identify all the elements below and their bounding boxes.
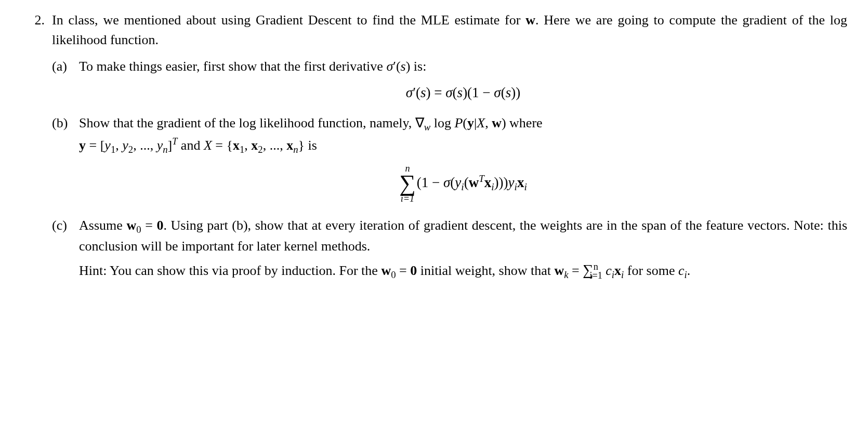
part-a: (a) To make things easier, first show th… [52,57,847,106]
sum-lower: i=1 [399,194,416,203]
part-a-body: To make things easier, first show that t… [79,57,847,106]
part-a-equation: σ′(s) = σ(s)(1 − σ(s)) [79,83,847,103]
hint-sum-body: cixi [602,263,624,278]
part-b-line2: y = [y1, y2, ..., yn]T and X = {x1, x2, … [79,135,847,156]
hint-sum-lower: i=1 [589,270,602,281]
part-b: (b) Show that the gradient of the log li… [52,113,847,208]
problem-number: 2. [21,10,52,30]
hint-sum: ∑ni=1 [583,263,602,278]
part-c-label: (c) [52,216,79,235]
sigma-icon: ∑ [399,173,416,194]
hint-post: for some ci. [624,263,690,278]
sum-body: (1 − σ(yi(wTxi)))yixi [417,175,527,190]
part-a-label: (a) [52,57,79,76]
part-c-para1: Assume w0 = 0. Using part (b), show that… [79,216,847,256]
part-c-body: Assume w0 = 0. Using part (b), show that… [79,216,847,282]
part-b-line1: Show that the gradient of the log likeli… [79,113,847,134]
part-b-label: (b) [52,113,79,133]
part-c-hint: Hint: You can show this via proof by ind… [79,260,847,282]
part-c: (c) Assume w0 = 0. Using part (b), show … [52,216,847,282]
sum-symbol: n ∑ i=1 [399,164,416,203]
part-b-equation: n ∑ i=1 (1 − σ(yi(wTxi)))yixi [79,164,847,203]
part-a-text: To make things easier, first show that t… [79,57,847,76]
hint-pre: Hint: You can show this via proof by ind… [79,263,583,278]
problem-2: 2. In class, we mentioned about using Gr… [21,10,847,49]
part-b-body: Show that the gradient of the log likeli… [79,113,847,208]
problem-intro: In class, we mentioned about using Gradi… [52,10,847,49]
